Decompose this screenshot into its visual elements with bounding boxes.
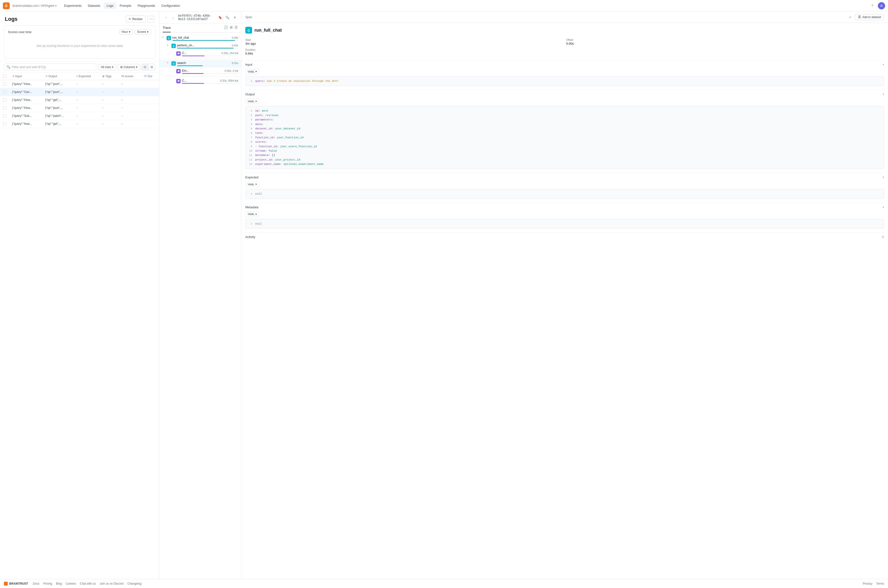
- tab-table-icon[interactable]: ☰: [235, 26, 238, 30]
- output-cell: {"op":"patch"...: [42, 112, 74, 120]
- footer-link-discord[interactable]: Join us on Discord: [100, 582, 124, 585]
- span-func-header: () run_full_chat: [245, 27, 884, 33]
- tab-trace[interactable]: Trace: [163, 23, 171, 32]
- footer-link-careers[interactable]: Careers: [66, 582, 76, 585]
- trace-item[interactable]: ▾ () run_full_chat 0.94s: [159, 34, 241, 42]
- nav-item-prompts[interactable]: Prompts: [117, 2, 134, 9]
- review-button[interactable]: ≡ Review: [126, 15, 146, 22]
- trace-item-name: Em...: [182, 69, 225, 72]
- footer-link-privacy[interactable]: Privacy: [863, 582, 872, 585]
- footer-link-terms[interactable]: Terms: [876, 582, 884, 585]
- trace-search-icon[interactable]: 🔍: [224, 14, 231, 21]
- row-checkbox[interactable]: [3, 82, 6, 86]
- span-func-icon: (): [245, 27, 252, 33]
- bookmark-icon[interactable]: 🔖: [217, 14, 224, 21]
- nav-item-playgrounds[interactable]: Playgrounds: [135, 2, 158, 9]
- table-row[interactable]: {"query":"how... {"op":"get",... – – –: [0, 120, 159, 128]
- expected-section: Expected ▾ YAML ▾ 1null: [245, 173, 884, 199]
- footer: BRAINTRUST Docs Pricing Blog Careers Cha…: [0, 579, 888, 588]
- row-checkbox[interactable]: [3, 90, 6, 94]
- output-section-header[interactable]: Output ▾: [245, 90, 884, 99]
- activity-section-header[interactable]: Activity ☰: [245, 232, 884, 241]
- select-all-checkbox[interactable]: [3, 75, 6, 78]
- scores-section: Scores over time Hour ▾ Scores ▾ Set up …: [4, 26, 155, 58]
- input-code-block: 1 query: Can I create an evaluation thro…: [245, 76, 884, 86]
- row-checkbox[interactable]: [3, 122, 6, 126]
- output-yaml-chevron-icon: ▾: [255, 100, 257, 103]
- trace-item[interactable]: 💬 C... 0.30s, 253 tok: [159, 50, 241, 58]
- nav-item-logs[interactable]: Logs: [104, 2, 116, 9]
- expected-cell: –: [74, 120, 99, 128]
- scores-select[interactable]: Scores ▾: [135, 29, 151, 35]
- span-expand-icon[interactable]: ⤢: [847, 14, 854, 20]
- input-yaml-selector[interactable]: YAML ▾: [245, 69, 259, 74]
- metadata-section: Metadata ▾ YAML ▾ 1null: [245, 203, 884, 229]
- row-checkbox[interactable]: [3, 106, 6, 110]
- columns-chevron-icon: ▾: [136, 65, 137, 69]
- row-checkbox[interactable]: [3, 114, 6, 117]
- expected-cell: –: [74, 96, 99, 104]
- trace-nav-up-button[interactable]: ↑: [163, 14, 169, 21]
- chat-icon: 💬: [176, 51, 181, 56]
- tab-clock-icon[interactable]: 🕐: [224, 26, 228, 30]
- footer-link-pricing[interactable]: Pricing: [43, 582, 52, 585]
- trace-tree: ▾ () run_full_chat 0.94s ▾ () perform_ch…: [159, 33, 241, 579]
- metadata-yaml-chevron-icon: ▾: [255, 213, 257, 216]
- output-cell: {"op":"post",...: [42, 80, 74, 88]
- table-row[interactable]: {"query":"How... {"op":"post",... – – –: [0, 104, 159, 112]
- scores-label: Scores over time: [8, 30, 32, 34]
- span-panel: Span ⤢ 🗄 Add to dataset () run_full_chat: [242, 12, 888, 579]
- columns-filter[interactable]: ⊞ Columns ▾: [118, 64, 140, 70]
- row-checkbox[interactable]: [3, 98, 6, 102]
- filter-input[interactable]: 🔍 Filter and sort with BTQL: [4, 63, 96, 70]
- tab-layout-icon[interactable]: ⊞: [230, 26, 233, 30]
- metadata-yaml-selector[interactable]: YAML ▾: [245, 212, 259, 217]
- metadata-section-header[interactable]: Metadata ▾: [245, 203, 884, 212]
- more-options-button[interactable]: ⋯: [147, 16, 154, 22]
- input-section: Input ▾ YAML ▾ 1 query: Can I create an …: [245, 60, 884, 86]
- nav-brand[interactable]: braintrustdata.com / APIAgent ▾: [12, 4, 57, 8]
- table-row[interactable]: {"query":"Sub... {"op":"patch"... – – –: [0, 112, 159, 120]
- footer-link-docs[interactable]: Docs: [33, 582, 39, 585]
- hour-select[interactable]: Hour ▾: [119, 29, 133, 35]
- func-icon: (): [171, 44, 176, 48]
- grid-view-button[interactable]: ⊞: [148, 64, 155, 70]
- dur-column-header: ⏱ Dur: [141, 73, 159, 80]
- trace-item[interactable]: ▾ () search 0.31s: [159, 60, 241, 68]
- avatar[interactable]: A: [878, 2, 885, 9]
- expected-yaml-selector[interactable]: YAML ▾: [245, 182, 259, 187]
- dur-cell: [141, 88, 159, 96]
- trace-item[interactable]: 💬 Em... 0.30s, 2 tok: [159, 68, 241, 75]
- logo[interactable]: B: [3, 2, 10, 9]
- expected-cell: –: [74, 112, 99, 120]
- trace-item[interactable]: ▾ () perform_ch... 0.93s: [159, 42, 241, 50]
- trace-close-icon[interactable]: ✕: [231, 14, 238, 21]
- table-view-button[interactable]: ⊟: [142, 64, 148, 70]
- nav-item-datasets[interactable]: Datasets: [85, 2, 103, 9]
- help-icon[interactable]: ?: [868, 2, 876, 9]
- nav-item-configuration[interactable]: Configuration: [158, 2, 183, 9]
- footer-link-changelog[interactable]: Changelog: [128, 582, 141, 585]
- expected-section-header[interactable]: Expected ▾: [245, 173, 884, 182]
- trace-nav-down-button[interactable]: ↓: [170, 14, 176, 21]
- footer-link-blog[interactable]: Blog: [56, 582, 62, 585]
- trace-chevron-icon: ▾: [167, 44, 170, 46]
- table-row[interactable]: {"query":"Can... {"op":"post",... – – –: [0, 88, 159, 96]
- all-rows-filter[interactable]: All rows ▾: [98, 64, 116, 70]
- output-yaml-selector[interactable]: YAML ▾: [245, 99, 259, 104]
- expected-cell: –: [74, 80, 99, 88]
- scores-cell: –: [118, 88, 141, 96]
- filter-bar: 🔍 Filter and sort with BTQL All rows ▾ ⊞…: [0, 61, 159, 73]
- nav-item-experiments[interactable]: Experiments: [62, 2, 84, 9]
- trace-chevron-icon: ▾: [167, 61, 170, 64]
- footer-link-chat[interactable]: Chat with us: [80, 582, 96, 585]
- trace-item[interactable]: 💬 C... 0.32s, 3054 tok: [159, 78, 241, 85]
- table-row[interactable]: {"query":"How... {"op":"get",... – – –: [0, 96, 159, 104]
- table-row[interactable]: {"query":"How... {"op":"post",... – – –: [0, 80, 159, 88]
- scores-cell: –: [118, 104, 141, 112]
- nav-items: Experiments Datasets Logs Prompts Playgr…: [62, 2, 868, 9]
- add-to-dataset-button[interactable]: 🗄 Add to dataset: [855, 14, 884, 20]
- trace-item-time: 0.30s, 2 tok: [225, 69, 238, 72]
- span-header: Span ⤢ 🗄 Add to dataset: [242, 12, 888, 23]
- input-section-header[interactable]: Input ▾: [245, 60, 884, 69]
